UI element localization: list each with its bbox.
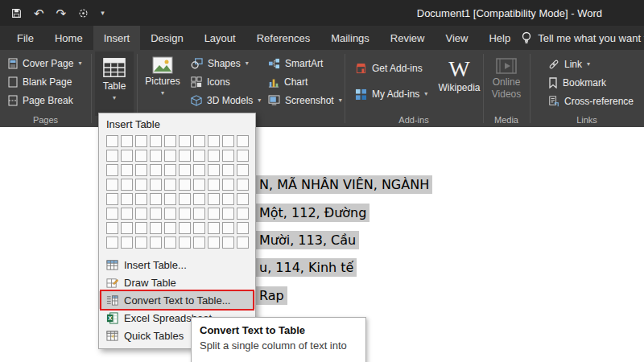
tab-design[interactable]: Design	[140, 26, 193, 50]
table-size-cell[interactable]	[222, 222, 234, 234]
table-size-cell[interactable]	[237, 179, 249, 191]
save-icon[interactable]	[11, 8, 22, 19]
table-button[interactable]: Table ▾	[95, 51, 134, 116]
table-size-cell[interactable]	[106, 164, 118, 176]
table-size-cell[interactable]	[237, 208, 249, 220]
table-size-cell[interactable]	[150, 179, 162, 191]
tab-review[interactable]: Review	[380, 26, 436, 50]
table-size-cell[interactable]	[121, 222, 133, 234]
table-size-cell[interactable]	[106, 222, 118, 234]
document-text-line[interactable]: Rap	[256, 286, 287, 305]
table-size-cell[interactable]	[135, 179, 147, 191]
table-size-cell[interactable]	[237, 193, 249, 205]
table-size-cell[interactable]	[222, 164, 234, 176]
table-size-cell[interactable]	[193, 208, 205, 220]
table-size-cell[interactable]	[193, 237, 205, 249]
table-size-cell[interactable]	[237, 237, 249, 249]
table-size-cell[interactable]	[222, 193, 234, 205]
document-text-line[interactable]: u, 114, Kinh tế	[256, 258, 357, 277]
table-size-cell[interactable]	[164, 150, 176, 162]
bookmark-button[interactable]: Bookmark	[546, 75, 636, 90]
undo-icon[interactable]: ↶	[34, 7, 44, 19]
table-size-cell[interactable]	[193, 179, 205, 191]
tab-insert[interactable]: Insert	[93, 26, 141, 50]
3d-models-button[interactable]: 3D Models ▾	[188, 93, 263, 108]
table-size-cell[interactable]	[121, 135, 133, 147]
table-size-cell[interactable]	[193, 193, 205, 205]
document-text-line[interactable]: Mười, 113, Cầu	[256, 231, 359, 249]
table-size-cell[interactable]	[135, 193, 147, 205]
table-size-cell[interactable]	[150, 208, 162, 220]
table-size-cell[interactable]	[121, 193, 133, 205]
table-size-cell[interactable]	[121, 150, 133, 162]
table-size-cell[interactable]	[150, 164, 162, 176]
table-size-cell[interactable]	[164, 237, 176, 249]
table-size-cell[interactable]	[164, 222, 176, 234]
table-size-cell[interactable]	[208, 150, 220, 162]
tab-home[interactable]: Home	[44, 26, 93, 50]
table-size-cell[interactable]	[106, 150, 118, 162]
table-size-cell[interactable]	[237, 135, 249, 147]
table-size-cell[interactable]	[193, 222, 205, 234]
online-videos-button[interactable]: Online Videos	[486, 53, 526, 117]
table-size-cell[interactable]	[208, 135, 220, 147]
table-size-cell[interactable]	[179, 179, 191, 191]
table-size-cell[interactable]	[222, 237, 234, 249]
table-size-cell[interactable]	[179, 193, 191, 205]
table-size-cell[interactable]	[208, 193, 220, 205]
document-text-line[interactable]: Một, 112, Đường	[256, 204, 369, 222]
table-size-cell[interactable]	[135, 222, 147, 234]
tell-me-box[interactable]: Tell me what you want to d	[521, 26, 644, 50]
cover-page-button[interactable]: Cover Page ▾	[6, 56, 84, 71]
table-size-cell[interactable]	[135, 208, 147, 220]
table-size-cell[interactable]	[150, 135, 162, 147]
redo-icon[interactable]: ↷	[56, 7, 67, 19]
table-size-cell[interactable]	[208, 222, 220, 234]
table-size-cell[interactable]	[222, 179, 234, 191]
table-size-cell[interactable]	[121, 208, 133, 220]
table-size-cell[interactable]	[164, 179, 176, 191]
wikipedia-button[interactable]: W Wikipedia	[437, 53, 481, 114]
table-size-cell[interactable]	[106, 237, 118, 249]
table-size-cell[interactable]	[121, 237, 133, 249]
table-size-cell[interactable]	[106, 135, 118, 147]
table-size-cell[interactable]	[179, 135, 191, 147]
screenshot-button[interactable]: Screenshot ▾	[266, 93, 345, 108]
table-size-cell[interactable]	[106, 179, 118, 191]
table-size-cell[interactable]	[150, 193, 162, 205]
table-size-cell[interactable]	[121, 164, 133, 176]
table-size-cell[interactable]	[135, 135, 147, 147]
chart-button[interactable]: Chart	[266, 74, 345, 89]
table-size-cell[interactable]	[193, 150, 205, 162]
shapes-button[interactable]: Shapes ▾	[188, 56, 263, 71]
table-size-cell[interactable]	[193, 164, 205, 176]
table-size-cell[interactable]	[208, 164, 220, 176]
ink-mode-icon[interactable]	[78, 8, 89, 19]
blank-page-button[interactable]: Blank Page	[6, 74, 84, 89]
table-size-cell[interactable]	[193, 135, 205, 147]
menu-item-insert-table[interactable]: Insert Table...	[99, 256, 255, 274]
my-addins-button[interactable]: My Add-ins ▾	[353, 86, 430, 101]
customize-qat-chevron-icon[interactable]: ▾	[101, 10, 105, 17]
table-size-cell[interactable]	[179, 164, 191, 176]
table-size-cell[interactable]	[164, 193, 176, 205]
smartart-button[interactable]: SmartArt	[266, 56, 345, 71]
table-size-cell[interactable]	[222, 150, 234, 162]
get-addins-button[interactable]: Get Add-ins	[353, 60, 430, 76]
table-size-cell[interactable]	[150, 150, 162, 162]
table-size-cell[interactable]	[106, 208, 118, 220]
page-break-button[interactable]: Page Break	[6, 93, 84, 108]
table-size-cell[interactable]	[135, 150, 147, 162]
table-size-cell[interactable]	[208, 179, 220, 191]
table-size-cell[interactable]	[150, 222, 162, 234]
menu-item-convert-text-to-table[interactable]: Convert Text to Table...	[99, 291, 255, 309]
document-text-line[interactable]: N, MÃ NHÂN VIÊN, NGÀNH	[256, 175, 432, 194]
pictures-button[interactable]: Pictures ▾	[142, 51, 184, 116]
table-size-cell[interactable]	[164, 208, 176, 220]
table-size-cell[interactable]	[135, 237, 147, 249]
table-size-cell[interactable]	[179, 237, 191, 249]
icons-button[interactable]: Icons	[188, 74, 263, 89]
table-size-cell[interactable]	[179, 150, 191, 162]
table-size-cell[interactable]	[121, 179, 133, 191]
table-size-cell[interactable]	[222, 135, 234, 147]
